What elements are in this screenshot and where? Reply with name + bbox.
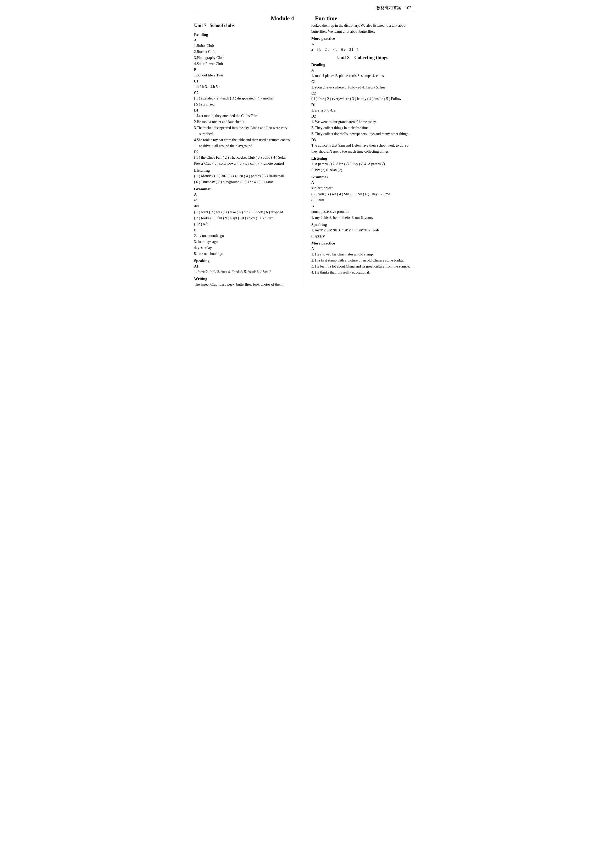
- list-item: 4. yesterday: [194, 245, 297, 251]
- list-item: The Insect Club; Last week; butterflies;…: [194, 282, 297, 287]
- list-item: to drive it all around the playground.: [194, 143, 297, 149]
- unit7-speaking-A1-label: A1: [194, 264, 297, 268]
- list-item: noun; possessive pronoun: [311, 209, 414, 214]
- list-item: 1.b 2.b 3.a 4.b 5.a: [194, 84, 297, 90]
- list-item: 6. /jɜː(r)/: [311, 234, 414, 239]
- unit8-grammar-A-label: A: [311, 181, 414, 185]
- unit7-grammar-A-label: A: [194, 193, 297, 197]
- list-item: did: [194, 203, 297, 209]
- unit8-header: Unit 8 Collecting things: [311, 55, 414, 60]
- list-item: 1. He showed his classmates an old stamp…: [311, 251, 414, 257]
- list-item: ed: [194, 197, 297, 203]
- more-practice-left-title: More practice: [311, 36, 414, 41]
- unit7-reading-D1-label: D1: [194, 108, 297, 113]
- unit7-number: Unit 7: [194, 23, 206, 28]
- list-item: 2. They collect things in their free tim…: [311, 125, 414, 131]
- list-item: ( 6 ) Thursday ( 7 ) playground ( 8 ) 12…: [194, 179, 297, 185]
- list-item: 4.She took a toy car from the table and …: [194, 137, 297, 143]
- list-item: 2.He took a rocket and launched it.: [194, 119, 297, 125]
- unit8-reading-D2-label: D2: [311, 115, 414, 119]
- list-item: 2. His first stamp with a picture of an …: [311, 257, 414, 263]
- unit8-grammar-title: Grammar: [311, 175, 414, 179]
- list-item: 1. A parent(√) 2. Alan (√) 3. Ivy (√) 4.…: [311, 161, 414, 167]
- list-item: ( 2 ) you ( 3 ) we ( 4 ) She ( 5 ) her (…: [311, 191, 414, 197]
- list-item: 1. soon 2. everywhere 3. followed 4. har…: [311, 85, 414, 90]
- list-item: 2. a / one month ago: [194, 233, 297, 239]
- list-item: 1.Robot Club: [194, 43, 297, 48]
- unit7-reading-C1-label: C1: [194, 79, 297, 84]
- list-item: ( 8 ) him: [311, 197, 414, 203]
- list-item: a—5 b—2 c—4 d—6 e—3 f—1: [311, 47, 414, 52]
- list-item: 3. They collect doorbells, newspapers, t…: [311, 131, 414, 136]
- unit8-reading-D1-label: D1: [311, 103, 414, 107]
- list-item: 5. Ivy (√) 6. Alan (√): [311, 167, 414, 173]
- right-column: looked them up in the dictionary. We als…: [310, 23, 414, 288]
- list-item: surprised.: [194, 131, 297, 136]
- list-item: 3.The rocket disappeared into the sky. L…: [194, 125, 297, 131]
- unit8-more-practice-title: More practice: [311, 241, 414, 245]
- list-item: ( 1 ) free ( 2 ) everywhere ( 3 ) hardly…: [311, 96, 414, 102]
- unit7-subtitle: School clubs: [210, 23, 235, 28]
- unit8-reading-C2-label: C2: [311, 91, 414, 96]
- unit8-listening-title: Listening: [311, 156, 414, 161]
- list-item: 1. a 2. a 3. b 4. a: [311, 108, 414, 113]
- unit7-reading-B-label: B: [194, 68, 297, 72]
- unit8-reading-A-label: A: [311, 68, 414, 73]
- list-item: ( 1 ) the Clubs Fair ( 2 ) The Rocket Cl…: [194, 155, 297, 160]
- unit8-reading-C1-label: C1: [311, 80, 414, 84]
- unit8-reading-D3-label: D3: [311, 138, 414, 142]
- list-item: they shouldn't spend too much time colle…: [311, 149, 414, 154]
- list-item: 1. model planes 2. phone cards 3. stamps…: [311, 73, 414, 79]
- unit7-listening-title: Listening: [194, 168, 297, 173]
- list-item: ( 5 ) surprised: [194, 102, 297, 107]
- more-practice-left-A-label: A: [311, 42, 414, 46]
- unit7-reading-title: Reading: [194, 33, 297, 37]
- list-item: ( 7 ) broke ( 8 ) felt ( 9 ) slept ( 10 …: [194, 215, 297, 221]
- unit7-reading-D2-label: D2: [194, 150, 297, 154]
- unit7-speaking-title: Speaking: [194, 259, 297, 263]
- unit7-grammar-title: Grammar: [194, 187, 297, 191]
- writing-continuation-2: butterflies. We learnt a lot about butte…: [311, 29, 414, 34]
- list-item: 1. /bæt/ 2. /dpl/ 3. /tuː/ 4. /ˈendɪd/ 5…: [194, 269, 297, 274]
- writing-continuation-1: looked them up in the dictionary. We als…: [311, 23, 414, 28]
- left-column: Unit 7 School clubs Reading A 1.Robot Cl…: [194, 23, 302, 288]
- list-item: 1.Last month, they attended the Clubs Fa…: [194, 113, 297, 119]
- list-item: 1.School life 2.Two: [194, 73, 297, 78]
- unit7-reading-A-label: A: [194, 38, 297, 42]
- fun-time-title: Fun time: [315, 15, 337, 22]
- list-item: subject; object: [311, 185, 414, 191]
- list-item: 1. We went to our grandparents' home tod…: [311, 119, 414, 125]
- unit8-subtitle: Collecting things: [354, 55, 388, 60]
- unit7-reading-C2-label: C2: [194, 91, 297, 95]
- list-item: ( 1 ) went ( 2 ) was ( 3 ) take ( 4 ) di…: [194, 209, 297, 215]
- list-item: ( 12 ) left: [194, 222, 297, 227]
- list-item: 3. four days ago: [194, 239, 297, 245]
- chinese-label: 教材练习答案: [376, 6, 402, 10]
- list-item: 5. an / one hour ago: [194, 251, 297, 257]
- unit8-reading-title: Reading: [311, 62, 414, 67]
- unit8-speaking-title: Speaking: [311, 223, 414, 227]
- list-item: Power Club ( 5 ) solar power ( 6 ) toy c…: [194, 161, 297, 166]
- list-item: The advice is that Sam and Helen have th…: [311, 143, 414, 148]
- unit8-grammar-B-label: B: [311, 204, 414, 208]
- list-item: 4. He thinks that it is really education…: [311, 270, 414, 275]
- unit7-writing-title: Writing: [194, 277, 297, 281]
- list-item: 2.Rocket Club: [194, 49, 297, 54]
- list-item: 4.Solar Power Club: [194, 61, 297, 67]
- module-title: Module 4: [271, 15, 294, 22]
- unit7-reading-D1-items: 1.Last month, they attended the Clubs Fa…: [194, 113, 297, 149]
- page-header: 教材练习答案 107: [194, 5, 414, 12]
- unit8-number: Unit 8: [337, 55, 349, 60]
- list-item: ( 1 ) Monday ( 2 ) 307 ( 3 ) 4 : 30 ( 4 …: [194, 173, 297, 179]
- list-item: ( 1 ) attended ( 2 ) teach ( 3 ) disappe…: [194, 96, 297, 101]
- list-item: 1. my 2. his 3. her 4. theirs 5. our 6. …: [311, 215, 414, 220]
- unit8-more-practice-A-label: A: [311, 247, 414, 251]
- unit7-grammar-B-label: B: [194, 228, 297, 232]
- list-item: 3.Photography Club: [194, 55, 297, 60]
- list-item: 1. /naʊ/ 2. /gəʊt/ 3. /haʊs/ 4. /ˈjeləʊ/…: [311, 228, 414, 233]
- list-item: 3. He learnt a lot about China and its g…: [311, 264, 414, 269]
- page-number: 107: [405, 6, 411, 10]
- unit7-reading-A-items: 1.Robot Club 2.Rocket Club 3.Photography…: [194, 43, 297, 67]
